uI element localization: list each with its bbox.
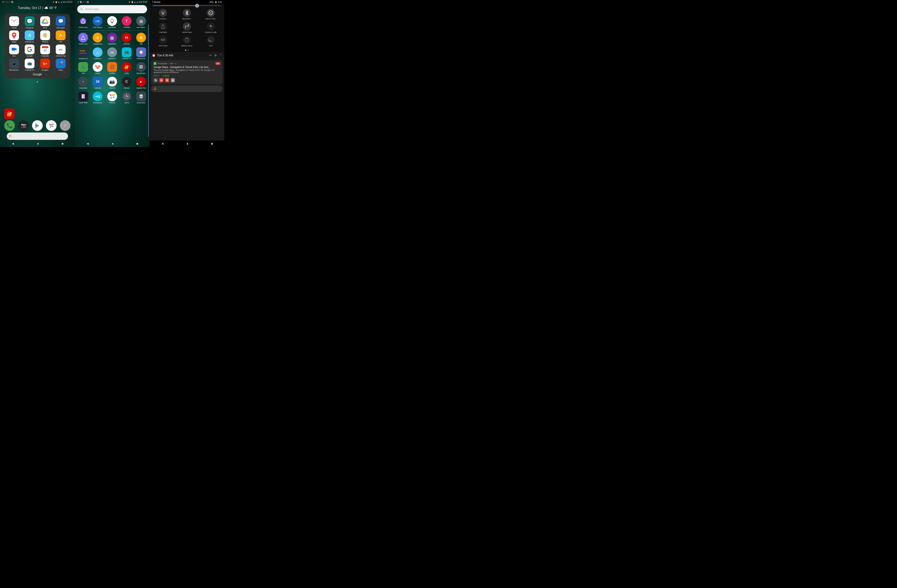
android-tv-label: Android TV (25, 69, 34, 71)
home-search-bar[interactable]: G (7, 133, 68, 140)
quick-tile-bluetooth[interactable]: Bluetooth ▾ (176, 9, 198, 20)
folder-app-photos[interactable]: Photos (38, 31, 52, 43)
brightness-control[interactable] (150, 4, 224, 7)
drawer-app-calculator[interactable]: ÷ Calculator (77, 76, 90, 90)
drawer-app-calendar2[interactable]: 16 Calendar (91, 76, 104, 90)
drawer-app-authy[interactable]: 🔐 Authy (120, 61, 133, 75)
folder-app-gmail[interactable]: Gmail (7, 16, 21, 29)
wifi-tile-label: Celerity ▾ (159, 18, 167, 20)
folder-app-hangouts[interactable]: 💬 Hangouts (23, 16, 37, 29)
drawer-app-backdrops[interactable]: 🖼 Backdrops (134, 61, 148, 75)
drawer-app-chamberla[interactable]: mQ Chamberla. (91, 91, 104, 105)
drawer-app-aida64[interactable]: 64 AIDA64 (120, 32, 133, 46)
drawer-app-android-w[interactable]: ⌚ Android W. (134, 47, 148, 60)
quick-tile-airplane[interactable]: Airplane mode (199, 22, 222, 33)
tmobile-icon: T (122, 16, 132, 26)
drawer-app-canary[interactable]: C Canary (120, 76, 133, 90)
shade-home-button[interactable]: ● (187, 142, 188, 145)
drawer-app-android-tv2[interactable]: 📺 Android TV (120, 47, 133, 60)
folder-app-android-pay[interactable]: pay Android Pay (54, 44, 67, 57)
dock-row: 📞 📷 ○ (4, 120, 70, 131)
drawer-app-allo2[interactable]: A Allo (134, 32, 148, 46)
drawer-app-libratone[interactable]: Libratone (106, 15, 119, 29)
folder-app-calendar[interactable]: 17 Calendar (38, 44, 52, 57)
drawer-app-asana[interactable]: Asana (91, 61, 104, 75)
search-icon (80, 8, 83, 11)
drawer-app-arlo[interactable]: 🐾 Arlo (77, 61, 90, 75)
recents-button[interactable]: ■ (61, 142, 64, 145)
home-button[interactable]: ● (37, 142, 39, 145)
dock-phone[interactable]: 📞 (4, 120, 15, 131)
drawer-app-capital[interactable]: ► Capital One (134, 76, 148, 90)
folder-app-duo[interactable]: Duo (7, 44, 21, 57)
svg-point-7 (13, 34, 15, 35)
brightness-knob[interactable] (195, 4, 199, 8)
alarm-settings-icon[interactable]: ⚙ (214, 54, 217, 57)
back-button[interactable]: ◄ (11, 142, 14, 145)
home-screen-panel: ✉ M M M 🖼 ⚡ ⏰ ▲ ▲ 82% 10:12 Tuesday, Oct… (0, 0, 75, 147)
android-au-label: Android Au. (25, 41, 35, 43)
drawer-app-clock[interactable]: Clock (120, 91, 133, 105)
quick-tile-flashlight[interactable]: Flashlight (152, 22, 174, 33)
quick-tile-mobile-data[interactable]: LTE Mobile data (176, 22, 198, 33)
dock-camera[interactable]: 📷 (18, 120, 29, 131)
drawer-alarm-icon: ⏰ (131, 1, 133, 3)
brightness-track[interactable] (153, 5, 221, 6)
folder-app-drive[interactable]: Drive (38, 16, 52, 29)
action-lau2-label: Action Lau. (79, 43, 88, 45)
drawer-search-bar[interactable]: Search apps (77, 5, 147, 13)
folder-app-messages[interactable]: 💬 Messages (54, 16, 67, 29)
drawer-back-button[interactable]: ◄ (86, 142, 89, 145)
drawer-app-adaptivep[interactable]: 🤖 AdaptiveP. (106, 32, 119, 46)
folder-app-android-tv[interactable]: 📺 Android TV (23, 59, 37, 71)
drawer-nav-bar: ◄ ● ■ (75, 141, 150, 147)
drawer-app-camera[interactable]: 📷 Camera (106, 76, 119, 90)
action-lau-label: Action Lau. (79, 26, 88, 28)
folder-app-allo[interactable]: A Allo (54, 31, 67, 43)
quick-tile-battery-saver[interactable]: + Battery Saver (176, 36, 198, 47)
drawer-app-action-lau[interactable]: Action Lau. (77, 15, 90, 29)
drawer-app-android-a[interactable]: △ Android A. (91, 47, 104, 60)
dock-extra[interactable]: ○ (60, 120, 70, 131)
folder-app-google[interactable]: Google (23, 44, 37, 57)
folder-app-maps[interactable]: Maps (7, 31, 21, 43)
drawer-app-android-p[interactable]: pay Android P. (106, 47, 119, 60)
expand-chevron[interactable]: ▲ (175, 63, 177, 64)
messages-icon: 💬 (56, 16, 66, 26)
drawer-app-action-lau2[interactable]: Action Lau. (77, 32, 90, 46)
quick-tile-wifi[interactable]: Celerity ▾ (152, 9, 174, 20)
shade-recents-button[interactable]: ■ (211, 142, 213, 145)
alarm-collapse-icon[interactable]: ⌃ (219, 54, 222, 57)
drawer-app-tmobile[interactable]: T T-Mobile (120, 15, 133, 29)
notif-share-button[interactable]: SHARE (162, 75, 170, 77)
folder-app-android-au[interactable]: A Android Au. (23, 31, 37, 43)
libratone-icon (107, 16, 117, 26)
drawer-home-button[interactable]: ● (112, 142, 114, 145)
drawer-app-chrome[interactable]: Chrome (106, 91, 119, 105)
quick-tile-cast[interactable]: Cast (199, 36, 222, 47)
drawer-app-lte-disc[interactable]: LTE LTE Discov. (91, 15, 104, 29)
drawer-app-adapticons[interactable]: a Adapticons (91, 32, 104, 46)
drawer-recents-button[interactable]: ■ (136, 142, 138, 145)
notif-copy-button[interactable]: COPY (154, 75, 159, 77)
drawer-app-card-thief[interactable]: 🃏 Card Thief (77, 91, 90, 105)
drawer-app-audible[interactable]: 🎧 Audible (106, 61, 119, 75)
google-folder[interactable]: Gmail 💬 Hangouts Drive 💬 Messages (5, 14, 70, 78)
dock-playstore[interactable] (32, 120, 43, 131)
drawer-app-command[interactable]: 💀 Command. (134, 91, 148, 105)
shade-status-bar: T-Mobile 68% 🔋 9:10 (150, 0, 224, 4)
dock-chrome[interactable] (46, 120, 57, 131)
svg-point-43 (111, 96, 113, 97)
quick-tile-autorotate[interactable]: Auto-rotate (152, 36, 174, 47)
folder-app-voice[interactable]: 🎤 Voice (54, 59, 67, 71)
shade-back-button[interactable]: ◄ (161, 142, 164, 145)
folder-app-remote[interactable]: 📱 Remote De. (7, 59, 21, 71)
drawer-app-iron-marine[interactable]: 🤖 Iron Marin. (134, 15, 148, 29)
drawer-app-amazon[interactable]: kindle Amazon Ki. (77, 47, 90, 60)
folder-app-gplus[interactable]: G+ Google+ (38, 59, 52, 71)
shade-bottom-search[interactable]: G (151, 86, 223, 92)
home-status-bar: ✉ M M M 🖼 ⚡ ⏰ ▲ ▲ 82% 10:12 (0, 0, 75, 4)
alarm-edit-icon[interactable]: ✏ (209, 54, 212, 57)
pushbullet-app-name: Pushbullet (158, 63, 167, 65)
quick-tile-alarms-only[interactable]: Alarms only ▾ (199, 9, 222, 20)
